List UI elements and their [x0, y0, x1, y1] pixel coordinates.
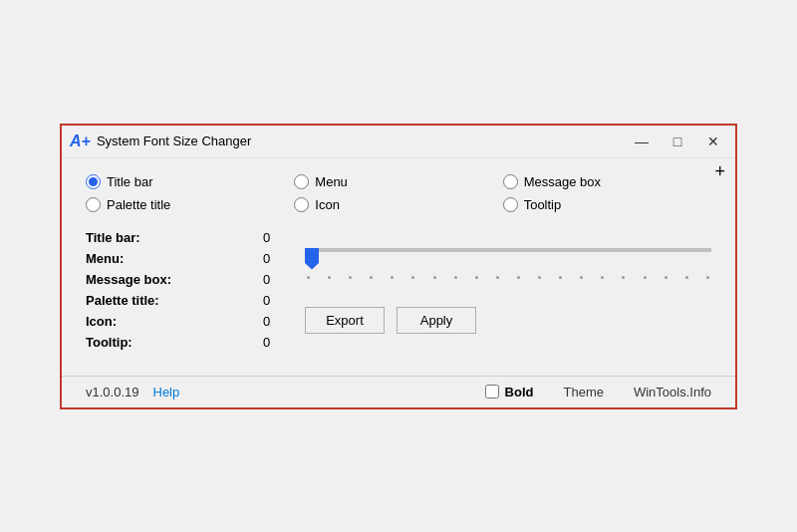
dot — [517, 276, 520, 279]
main-window: A+ System Font Size Changer — □ ✕ + Titl… — [60, 124, 737, 409]
dot — [644, 276, 647, 279]
plus-button[interactable]: + — [714, 161, 725, 182]
radio-row-titlebar: Title bar — [86, 174, 294, 189]
value-num-palette: 0 — [255, 293, 285, 308]
label-titlebar[interactable]: Title bar — [107, 174, 152, 189]
dot — [475, 276, 478, 279]
value-row-messagebox: Message box: 0 — [86, 272, 285, 287]
bold-checkbox[interactable] — [485, 385, 499, 399]
value-num-tooltip: 0 — [255, 335, 285, 350]
version-label: v1.0.0.19 — [86, 385, 139, 399]
value-label-tooltip: Tooltip: — [86, 335, 133, 350]
dot — [685, 276, 688, 279]
radio-row-tooltip: Tooltip — [503, 197, 711, 212]
radio-tooltip[interactable] — [503, 197, 518, 212]
dot — [411, 276, 414, 279]
slider-wrapper — [305, 240, 711, 271]
value-label-icon: Icon: — [86, 314, 117, 329]
font-size-slider[interactable] — [305, 248, 711, 252]
radio-row-menu: Menu — [294, 174, 502, 189]
dot — [559, 276, 562, 279]
dot — [622, 276, 625, 279]
radio-row-palette: Palette title — [86, 197, 294, 212]
value-num-messagebox: 0 — [255, 272, 285, 287]
radio-icon[interactable] — [294, 197, 309, 212]
dot — [391, 276, 394, 279]
radio-palette[interactable] — [86, 197, 101, 212]
label-icon[interactable]: Icon — [315, 197, 340, 212]
dot — [328, 276, 331, 279]
minimize-button[interactable]: — — [628, 132, 656, 151]
close-button[interactable]: ✕ — [699, 132, 727, 151]
label-menu[interactable]: Menu — [315, 174, 348, 189]
dot — [706, 276, 709, 279]
maximize-button[interactable]: □ — [664, 132, 691, 151]
radio-row-messagebox: Message box — [503, 174, 711, 189]
dot — [349, 276, 352, 279]
bold-label: Bold — [505, 385, 534, 399]
help-link[interactable]: Help — [153, 385, 180, 399]
value-label-messagebox: Message box: — [86, 272, 171, 287]
dot — [496, 276, 499, 279]
bold-section: Bold — [485, 385, 534, 399]
radio-row-icon: Icon — [294, 197, 502, 212]
radio-section: Title bar Menu Message box Palette title… — [86, 174, 711, 212]
right-section: Export Apply — [305, 230, 711, 356]
titlebar-controls: — □ ✕ — [628, 132, 727, 151]
dot — [601, 276, 604, 279]
label-palette[interactable]: Palette title — [107, 197, 170, 212]
value-row-menu: Menu: 0 — [86, 251, 285, 266]
value-label-titlebar: Title bar: — [86, 230, 140, 245]
buttons-row: Export Apply — [305, 307, 711, 334]
content-area: Title bar Menu Message box Palette title… — [62, 158, 735, 366]
value-row-palette: Palette title: 0 — [86, 293, 285, 308]
dot — [664, 276, 667, 279]
values-section: Title bar: 0 Menu: 0 Message box: 0 Pale… — [86, 230, 285, 356]
radio-titlebar[interactable] — [86, 174, 101, 189]
value-label-palette: Palette title: — [86, 293, 159, 308]
wintools-link[interactable]: WinTools.Info — [634, 385, 711, 399]
value-label-menu: Menu: — [86, 251, 124, 266]
label-tooltip[interactable]: Tooltip — [524, 197, 562, 212]
dot — [454, 276, 457, 279]
value-num-icon: 0 — [255, 314, 285, 329]
radio-messagebox[interactable] — [503, 174, 518, 189]
value-num-menu: 0 — [255, 251, 285, 266]
main-area: Title bar: 0 Menu: 0 Message box: 0 Pale… — [86, 230, 711, 356]
app-icon: A+ — [70, 133, 91, 150]
dot — [370, 276, 373, 279]
dot — [580, 276, 583, 279]
value-num-titlebar: 0 — [255, 230, 285, 245]
theme-link[interactable]: Theme — [563, 385, 603, 399]
value-row-titlebar: Title bar: 0 — [86, 230, 285, 245]
dot — [433, 276, 436, 279]
value-row-icon: Icon: 0 — [86, 314, 285, 329]
dot — [538, 276, 541, 279]
slider-dots — [305, 276, 711, 279]
radio-menu[interactable] — [294, 174, 309, 189]
value-row-tooltip: Tooltip: 0 — [86, 335, 285, 350]
dot — [307, 276, 310, 279]
window-title: System Font Size Changer — [97, 133, 628, 148]
export-button[interactable]: Export — [305, 307, 385, 334]
titlebar: A+ System Font Size Changer — □ ✕ — [62, 126, 735, 158]
footer: v1.0.0.19 Help Bold Theme WinTools.Info — [62, 376, 735, 407]
apply-button[interactable]: Apply — [397, 307, 476, 334]
label-messagebox[interactable]: Message box — [524, 174, 601, 189]
